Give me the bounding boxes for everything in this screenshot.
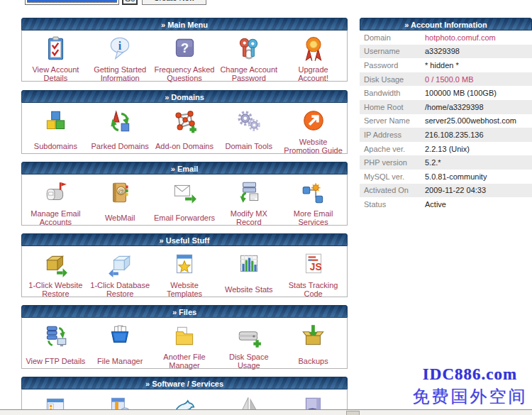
section-header: » Email xyxy=(21,162,348,175)
menu-item[interactable]: Change Account Password xyxy=(216,32,281,79)
section-main-menu: » Main Menu View Account DetailsiGetting… xyxy=(21,18,348,82)
menu-item[interactable]: Upgrade Account! xyxy=(281,32,345,79)
account-info-label: Activated On xyxy=(360,186,425,194)
menu-item[interactable]: Backups xyxy=(281,319,345,367)
account-info-value: Active xyxy=(425,200,446,209)
menu-item-label: Disk Space Usage xyxy=(216,352,281,370)
account-info-label: Apache ver. xyxy=(360,145,425,153)
js-code-icon: JS xyxy=(281,249,345,280)
services-nodes-icon xyxy=(281,177,345,209)
menu-item-label: Stats Tracking Code xyxy=(281,280,345,299)
account-info-row: Bandwidth100000 MB (100GB) xyxy=(360,86,532,100)
section-body: View FTP DetailsFile ManagerAnother File… xyxy=(21,318,348,369)
account-info-row: Home Root/home/a3329398 xyxy=(360,100,532,114)
account-info-value: 5.0.81-community xyxy=(425,172,487,181)
menu-item[interactable]: Website Promotion Guide xyxy=(281,104,345,152)
account-info-value: /home/a3329398 xyxy=(425,103,484,111)
menu-item[interactable]: Subdomains xyxy=(23,104,88,152)
account-info-label: Bandwidth xyxy=(360,89,425,97)
menu-item[interactable]: ?Frequency Asked Questions xyxy=(153,32,217,79)
gears-icon xyxy=(216,106,281,137)
account-info-label: MySQL ver. xyxy=(360,172,425,181)
parked-arrows-icon xyxy=(88,106,153,137)
menu-item[interactable]: Email Forwarders xyxy=(153,176,217,223)
create-new-button[interactable]: Create New xyxy=(142,0,206,5)
account-details-icon xyxy=(23,33,88,65)
account-info-label: Domain xyxy=(360,33,425,42)
menu-item[interactable]: Domain Tools xyxy=(216,104,281,152)
account-info-row: PHP version5.2.* xyxy=(360,155,532,170)
account-info-label: IP Address xyxy=(360,131,425,139)
folder-icon xyxy=(153,321,217,352)
svg-text:i: i xyxy=(118,40,122,52)
info-bubble-icon: i xyxy=(88,33,153,65)
go-button[interactable]: Go xyxy=(122,0,138,5)
menu-item-label: Frequency Asked Questions xyxy=(153,65,217,83)
menu-item[interactable]: Website Templates xyxy=(153,248,217,295)
menu-item-label: File Manager xyxy=(88,352,153,370)
menu-item-label: Upgrade Account! xyxy=(281,65,345,83)
account-info-value[interactable]: hotphoto.comuf.com xyxy=(425,33,496,42)
menu-item[interactable]: More Email Services xyxy=(281,176,345,223)
watermark-caption: 免费国外空间 xyxy=(408,385,532,408)
menu-item[interactable]: @WebMail xyxy=(88,176,153,223)
backups-icon xyxy=(281,321,345,352)
menu-item-label: View Account Details xyxy=(23,65,88,83)
section-body: View Account DetailsiGetting Started Inf… xyxy=(21,31,348,82)
menu-item[interactable]: File Manager xyxy=(88,319,153,367)
menu-item-label: Website Promotion Guide xyxy=(281,137,345,155)
account-select-input[interactable] xyxy=(25,0,119,5)
menu-item[interactable]: JSStats Tracking Code xyxy=(281,248,345,295)
menu-item-label: Website Templates xyxy=(153,280,217,299)
menu-item[interactable]: Website Stats xyxy=(216,248,281,295)
menu-item[interactable]: 1-Click Website Restore xyxy=(23,248,88,295)
account-info-row: Password* hidden * xyxy=(360,58,532,72)
ftp-icon xyxy=(23,321,88,352)
menu-item[interactable]: Another File Manager xyxy=(153,319,217,367)
menu-item-label: Manage Email Accounts xyxy=(23,209,88,227)
mailbox-icon xyxy=(23,177,88,209)
account-info-rows: Domainhotphoto.comuf.comUsernamea3329398… xyxy=(360,31,532,211)
menu-item-label: Parked Domains xyxy=(88,137,153,155)
account-info-value: server25.000webhost.com xyxy=(425,116,516,125)
menu-item-label: Another File Manager xyxy=(153,352,217,370)
menu-item[interactable]: Add-on Domains xyxy=(153,104,217,152)
account-info-value: 5.2.* xyxy=(425,158,441,167)
horizontal-scrollbar[interactable] xyxy=(0,409,532,415)
section-header: » Domains xyxy=(21,90,348,103)
section-files: » Files View FTP DetailsFile ManagerAnot… xyxy=(21,305,348,369)
section-useful-stuff: » Useful Stuff 1-Click Website Restore1-… xyxy=(21,233,348,297)
account-info-value: 100000 MB (100GB) xyxy=(425,89,497,97)
menu-item[interactable]: Parked Domains xyxy=(88,104,153,152)
menu-item-label: More Email Services xyxy=(281,209,345,227)
stats-bars-icon xyxy=(216,249,281,280)
promotion-arrow-icon xyxy=(281,106,345,137)
menu-item[interactable]: View FTP Details xyxy=(23,319,88,367)
award-ribbon-icon xyxy=(281,33,345,65)
menu-item[interactable]: Disk Space Usage xyxy=(216,319,281,367)
address-book-icon: @ xyxy=(88,177,153,209)
section-email: » Email Manage Email Accounts@WebMailEma… xyxy=(21,162,348,226)
section-body: 1-Click Website Restore1-Click Database … xyxy=(21,246,348,297)
server-mail-icon xyxy=(216,177,281,209)
scrollbar-thumb[interactable] xyxy=(346,411,360,415)
menu-item-label: 1-Click Website Restore xyxy=(23,280,88,299)
account-info-label: Password xyxy=(360,61,425,70)
svg-text:JS: JS xyxy=(309,262,321,272)
menu-item-label: Add-on Domains xyxy=(153,137,217,155)
account-info-row: Activated On2009-11-22 04:33 xyxy=(360,184,532,198)
account-info-value: 2009-11-22 04:33 xyxy=(425,186,486,194)
menu-item-label: Backups xyxy=(281,352,345,370)
menu-item[interactable]: iGetting Started Information xyxy=(88,32,153,79)
section-body: Manage Email Accounts@WebMailEmail Forwa… xyxy=(21,175,348,226)
account-info-row: IP Address216.108.235.136 xyxy=(360,128,532,142)
watermark-site: IDC886.com xyxy=(408,365,532,384)
account-info-value: 2.2.13 (Unix) xyxy=(425,145,470,153)
account-info-label: Server Name xyxy=(360,116,425,125)
menu-item[interactable]: View Account Details xyxy=(23,32,88,79)
menu-item[interactable]: Modify MX Record xyxy=(216,176,281,223)
menu-item[interactable]: Manage Email Accounts xyxy=(23,176,88,223)
menu-item-label: Change Account Password xyxy=(216,65,281,83)
account-info-value: a3329398 xyxy=(425,47,460,55)
menu-item[interactable]: 1-Click Database Restore xyxy=(88,248,153,295)
